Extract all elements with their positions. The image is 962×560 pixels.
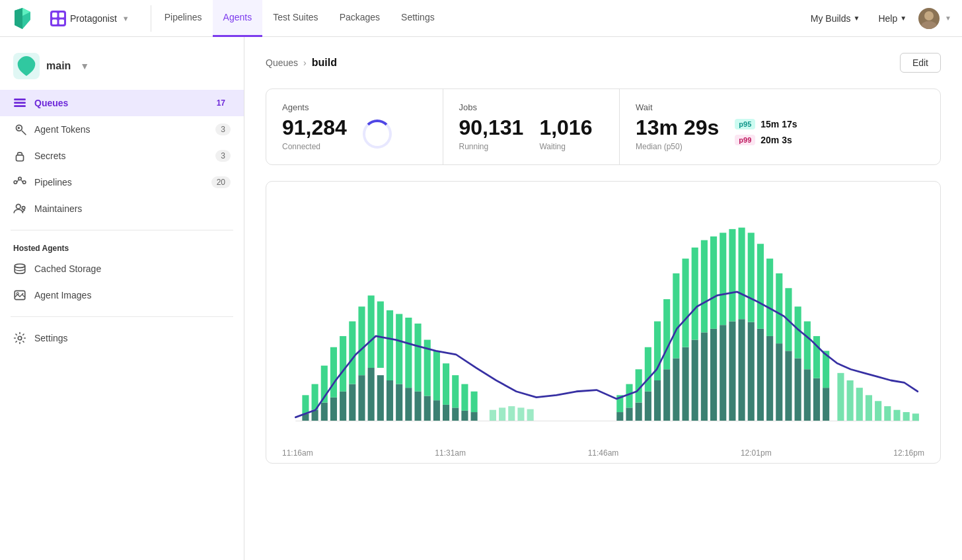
time-label-3: 12:01pm: [741, 448, 772, 458]
svg-rect-103: [748, 233, 755, 322]
chart-svg: [282, 192, 924, 443]
svg-rect-29: [358, 375, 365, 421]
svg-rect-47: [349, 322, 355, 384]
svg-rect-27: [340, 392, 346, 421]
nav-test-suites[interactable]: Test Suites: [262, 0, 328, 37]
svg-rect-85: [795, 359, 801, 421]
time-label-1: 11:31am: [435, 448, 466, 458]
svg-rect-92: [645, 347, 651, 392]
my-builds-chevron-icon: ▼: [853, 15, 860, 22]
sidebar-item-secrets[interactable]: Secrets 3: [0, 143, 244, 169]
agents-value: 91,284: [282, 116, 347, 139]
svg-rect-11: [16, 155, 23, 161]
svg-rect-2: [52, 19, 57, 24]
svg-rect-34: [405, 388, 412, 421]
org-chevron-icon: ▼: [122, 15, 130, 22]
sidebar-item-pipelines[interactable]: Pipelines 20: [0, 169, 244, 195]
svg-rect-33: [396, 384, 402, 421]
svg-rect-88: [823, 388, 829, 421]
wait-inner: 13m 29s Median (p50) p95 15m 17s p99 20m…: [636, 116, 924, 151]
breadcrumb-separator: ›: [303, 57, 307, 68]
nav-settings[interactable]: Settings: [390, 0, 445, 37]
main-layout: main ▼ Queues 17 Agent Tokens 3 Secrets …: [0, 37, 962, 560]
user-avatar[interactable]: [918, 8, 940, 29]
nav-agents[interactable]: Agents: [213, 0, 263, 37]
sidebar-item-pipelines-label: Pipelines: [34, 177, 204, 188]
sidebar-item-agent-tokens-label: Agent Tokens: [34, 124, 207, 135]
agent-images-icon: [13, 289, 26, 302]
svg-point-12: [14, 181, 17, 184]
hosted-agents-title: Hosted Agents: [0, 238, 244, 256]
wait-percentiles: p95 15m 17s p99 20m 3s: [735, 119, 797, 145]
svg-rect-60: [471, 392, 478, 412]
wait-stat-card: Wait 13m 29s Median (p50) p95 15m 17s p9…: [620, 89, 940, 164]
svg-rect-52: [396, 314, 402, 384]
svg-rect-98: [701, 240, 708, 333]
svg-rect-117: [884, 406, 891, 421]
svg-rect-81: [757, 329, 764, 421]
svg-rect-95: [673, 273, 679, 359]
top-nav: Protagonist ▼ Pipelines Agents Test Suit…: [0, 0, 962, 37]
sidebar-item-agent-tokens[interactable]: Agent Tokens 3: [0, 116, 244, 143]
svg-rect-99: [710, 236, 717, 329]
sidebar-item-cached-storage[interactable]: Cached Storage: [0, 256, 244, 282]
svg-rect-119: [903, 412, 910, 421]
time-label-2: 11:46am: [588, 448, 619, 458]
svg-rect-82: [766, 336, 773, 421]
svg-rect-102: [739, 228, 745, 320]
svg-rect-56: [433, 351, 440, 400]
svg-rect-106: [776, 273, 782, 343]
sidebar-item-agent-images[interactable]: Agent Images: [0, 282, 244, 308]
svg-rect-74: [692, 340, 698, 421]
svg-point-21: [18, 336, 22, 340]
svg-rect-94: [663, 299, 670, 369]
help-chevron-icon: ▼: [900, 15, 906, 22]
svg-point-10: [18, 127, 20, 129]
org-selector[interactable]: Protagonist ▼: [40, 5, 140, 32]
p99-badge: p99: [735, 135, 755, 145]
svg-point-5: [921, 21, 937, 29]
svg-rect-32: [387, 380, 393, 421]
sidebar: main ▼ Queues 17 Agent Tokens 3 Secrets …: [0, 37, 244, 560]
svg-rect-109: [804, 322, 811, 370]
secrets-icon: [13, 149, 26, 162]
agents-stat-card: Agents 91,284 Connected: [266, 89, 443, 164]
queues-badge: 17: [211, 97, 231, 109]
wait-label: Wait: [636, 102, 924, 112]
stats-row: Agents 91,284 Connected Jobs 90,131 Runn…: [266, 88, 941, 165]
svg-rect-66: [616, 412, 623, 421]
my-builds-button[interactable]: My Builds ▼: [804, 9, 867, 28]
svg-rect-25: [321, 403, 328, 421]
nav-links: Pipelines Agents Test Suites Packages Se…: [154, 0, 804, 37]
agents-card-inner: 91,284 Connected: [282, 116, 427, 151]
svg-rect-42: [302, 396, 309, 414]
settings-icon: [13, 332, 26, 345]
p95-badge: p95: [735, 119, 755, 129]
pipelines-badge: 20: [211, 176, 231, 188]
sidebar-item-queues[interactable]: Queues 17: [0, 90, 244, 116]
wait-sub: Median (p50): [636, 142, 719, 151]
svg-rect-71: [663, 369, 670, 421]
jobs-running-value: 90,131: [459, 116, 524, 139]
svg-rect-6: [14, 98, 26, 100]
secrets-badge: 3: [215, 150, 231, 162]
svg-point-16: [22, 207, 24, 209]
svg-rect-18: [15, 291, 25, 299]
sidebar-item-secrets-label: Secrets: [34, 151, 207, 161]
sidebar-org-chevron-icon: ▼: [80, 61, 89, 71]
org-logo-icon: [50, 11, 66, 26]
svg-rect-70: [654, 380, 661, 421]
svg-rect-113: [847, 380, 854, 421]
nav-packages[interactable]: Packages: [329, 0, 390, 37]
jobs-label: Jobs: [459, 102, 604, 112]
svg-rect-65: [527, 409, 534, 421]
sidebar-item-maintainers[interactable]: Maintainers: [0, 195, 244, 222]
svg-rect-67: [626, 408, 632, 421]
svg-rect-73: [682, 347, 688, 421]
sidebar-item-settings[interactable]: Settings: [0, 325, 244, 351]
help-button[interactable]: Help ▼: [871, 9, 913, 28]
svg-rect-36: [424, 396, 431, 421]
nav-pipelines[interactable]: Pipelines: [154, 0, 213, 37]
breadcrumb-parent[interactable]: Queues: [266, 57, 298, 68]
edit-button[interactable]: Edit: [900, 53, 941, 73]
